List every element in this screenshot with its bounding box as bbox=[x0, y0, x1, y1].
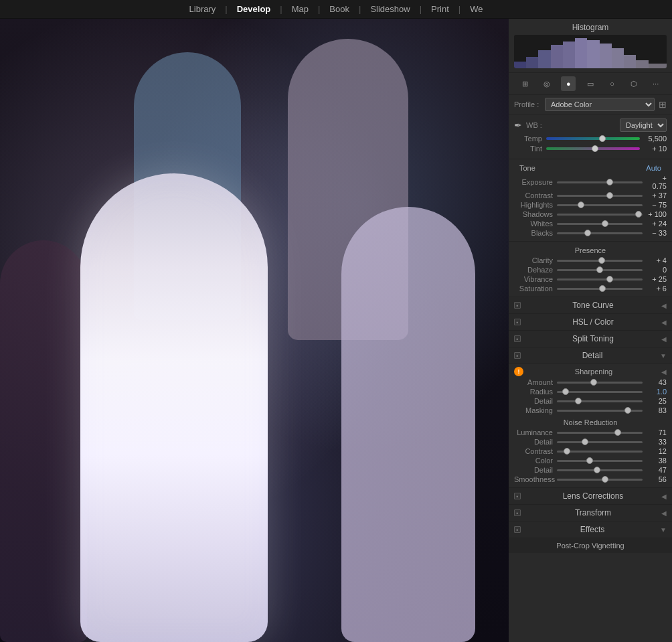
tint-slider-thumb[interactable] bbox=[592, 145, 598, 152]
luminance-value: 71 bbox=[647, 428, 667, 436]
effects-label: Effects bbox=[525, 525, 660, 534]
tone-curve-panel[interactable]: ▪ Tone Curve ◀ bbox=[509, 297, 672, 314]
vibrance-label: Vibrance bbox=[514, 275, 553, 283]
highlights-value: − 75 bbox=[647, 201, 667, 209]
vibrance-thumb[interactable] bbox=[606, 276, 613, 283]
more-tools[interactable]: ··· bbox=[649, 76, 663, 91]
tint-slider-track[interactable] bbox=[546, 147, 640, 150]
hist-bar-9 bbox=[612, 48, 624, 68]
photo-canvas bbox=[0, 19, 509, 642]
exposure-value: + 0.75 bbox=[647, 174, 667, 190]
shadows-thumb[interactable] bbox=[635, 211, 642, 218]
effects-toggle[interactable]: ▪ bbox=[514, 526, 521, 533]
hsl-color-arrow: ◀ bbox=[661, 319, 667, 326]
transform-panel[interactable]: ▪ Transform ◀ bbox=[509, 505, 672, 521]
luminance-track[interactable] bbox=[557, 432, 643, 434]
nav-map[interactable]: Map bbox=[282, 0, 318, 18]
color-detail-row: Detail 47 bbox=[514, 466, 667, 474]
detail-thumb[interactable] bbox=[575, 398, 582, 404]
noise-detail-track[interactable] bbox=[557, 441, 643, 443]
saturation-track[interactable] bbox=[557, 288, 643, 290]
effects-panel[interactable]: ▪ Effects ▼ bbox=[509, 521, 672, 538]
clarity-track[interactable] bbox=[557, 260, 643, 262]
tone-header: Tone Auto bbox=[514, 162, 667, 174]
temp-slider-track[interactable] bbox=[546, 137, 640, 140]
highlights-thumb[interactable] bbox=[578, 202, 584, 208]
color-detail-thumb[interactable] bbox=[594, 467, 600, 473]
radius-track[interactable] bbox=[557, 391, 643, 393]
red-eye-tool[interactable]: ● bbox=[561, 76, 576, 91]
temp-slider-thumb[interactable] bbox=[599, 135, 606, 142]
nav-slideshow[interactable]: Slideshow bbox=[361, 0, 419, 18]
radius-thumb[interactable] bbox=[562, 388, 569, 395]
detail-toggle[interactable]: ▪ bbox=[514, 352, 521, 359]
noise-contrast-thumb[interactable] bbox=[564, 448, 570, 455]
nav-develop[interactable]: Develop bbox=[228, 0, 280, 18]
lens-corrections-toggle[interactable]: ▪ bbox=[514, 493, 521, 499]
noise-contrast-track[interactable] bbox=[557, 451, 643, 453]
highlights-track[interactable] bbox=[557, 204, 643, 206]
split-toning-toggle[interactable]: ▪ bbox=[514, 335, 521, 342]
spot-heal-tool[interactable]: ◎ bbox=[539, 76, 554, 91]
whites-track[interactable] bbox=[557, 223, 643, 225]
contrast-track[interactable] bbox=[557, 195, 643, 197]
color-thumb[interactable] bbox=[586, 457, 593, 464]
shadows-row: Shadows + 100 bbox=[514, 210, 667, 218]
radial-tool[interactable]: ○ bbox=[605, 76, 620, 91]
adjustment-brush[interactable]: ⬡ bbox=[626, 76, 641, 91]
amount-track[interactable] bbox=[557, 382, 643, 384]
grid-icon[interactable]: ⊞ bbox=[659, 99, 667, 110]
profile-select[interactable]: Adobe Color bbox=[545, 98, 655, 111]
nav-library[interactable]: Library bbox=[180, 0, 226, 18]
eyedropper-tool[interactable]: ✒ bbox=[514, 120, 522, 131]
dehaze-thumb[interactable] bbox=[596, 266, 603, 273]
hist-bar-8 bbox=[600, 44, 612, 69]
contrast-thumb[interactable] bbox=[606, 192, 613, 199]
hist-bar-12 bbox=[649, 64, 667, 69]
tint-label: Tint bbox=[514, 145, 542, 153]
blacks-track[interactable] bbox=[557, 232, 643, 234]
blacks-thumb[interactable] bbox=[584, 230, 591, 236]
masking-track[interactable] bbox=[557, 410, 643, 412]
hsl-toggle[interactable]: ▪ bbox=[514, 319, 521, 325]
exposure-track[interactable] bbox=[557, 181, 643, 183]
post-crop-label: Post-Crop Vignetting bbox=[514, 542, 667, 550]
detail-panel-header[interactable]: ▪ Detail ▼ bbox=[509, 347, 672, 364]
wb-select[interactable]: Daylight bbox=[620, 118, 667, 132]
noise-detail-thumb[interactable] bbox=[582, 438, 588, 445]
sharpening-header: ! Sharpening ◀ bbox=[514, 367, 667, 376]
nav-book[interactable]: Book bbox=[320, 0, 359, 18]
crop-tool[interactable]: ⊞ bbox=[517, 76, 532, 91]
lens-corrections-panel[interactable]: ▪ Lens Corrections ◀ bbox=[509, 488, 672, 505]
shadows-track[interactable] bbox=[557, 214, 643, 216]
gradient-tool[interactable]: ▭ bbox=[583, 76, 598, 91]
detail-track[interactable] bbox=[557, 400, 643, 402]
smoothness-thumb[interactable] bbox=[602, 476, 608, 483]
lens-corrections-label: Lens Corrections bbox=[525, 491, 661, 501]
color-track[interactable] bbox=[557, 460, 643, 462]
clarity-thumb[interactable] bbox=[598, 257, 605, 264]
smoothness-track[interactable] bbox=[557, 479, 643, 481]
tone-auto-button[interactable]: Auto bbox=[646, 164, 661, 172]
clarity-label: Clarity bbox=[514, 256, 553, 264]
transform-arrow: ◀ bbox=[661, 509, 667, 517]
saturation-thumb[interactable] bbox=[599, 285, 606, 292]
color-detail-track[interactable] bbox=[557, 469, 643, 471]
sharpening-title: Sharpening bbox=[526, 368, 661, 376]
split-toning-arrow: ◀ bbox=[661, 335, 667, 343]
histogram-section: Histogram bbox=[509, 19, 672, 73]
hsl-color-panel[interactable]: ▪ HSL / Color ◀ bbox=[509, 314, 672, 331]
luminance-thumb[interactable] bbox=[614, 429, 621, 436]
dehaze-track[interactable] bbox=[557, 269, 643, 271]
tone-curve-toggle[interactable]: ▪ bbox=[514, 302, 521, 309]
wb-label: WB : bbox=[526, 121, 542, 129]
whites-thumb[interactable] bbox=[602, 220, 608, 227]
masking-thumb[interactable] bbox=[624, 407, 631, 414]
nav-print[interactable]: Print bbox=[422, 0, 458, 18]
exposure-thumb[interactable] bbox=[606, 179, 613, 185]
transform-toggle[interactable]: ▪ bbox=[514, 509, 521, 516]
amount-thumb[interactable] bbox=[590, 379, 597, 386]
nav-web[interactable]: We bbox=[460, 0, 492, 18]
vibrance-track[interactable] bbox=[557, 278, 643, 280]
split-toning-panel[interactable]: ▪ Split Toning ◀ bbox=[509, 331, 672, 347]
